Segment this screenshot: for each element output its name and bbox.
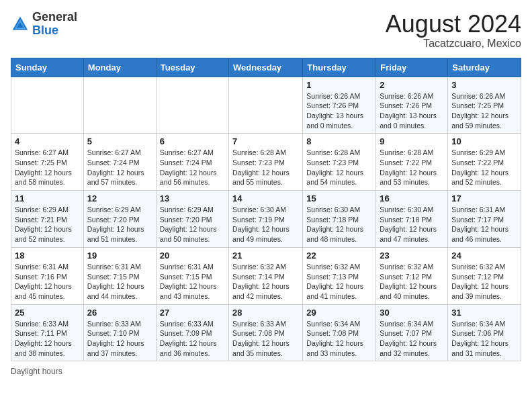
day-info: Sunrise: 6:30 AMSunset: 7:18 PMDaylight:… [306, 205, 372, 244]
day-info: Sunrise: 6:34 AMSunset: 7:07 PMDaylight:… [380, 319, 444, 359]
calendar-cell: 27Sunrise: 6:33 AMSunset: 7:09 PMDayligh… [156, 304, 228, 361]
calendar-cell [11, 77, 84, 134]
calendar-cell: 6Sunrise: 6:27 AMSunset: 7:24 PMDaylight… [156, 134, 228, 191]
calendar-cell: 9Sunrise: 6:28 AMSunset: 7:22 PMDaylight… [376, 134, 448, 191]
calendar-cell: 31Sunrise: 6:34 AMSunset: 7:06 PMDayligh… [448, 304, 521, 361]
location-title: Tacatzcuaro, Mexico [386, 38, 521, 50]
day-info: Sunrise: 6:29 AMSunset: 7:21 PMDaylight:… [15, 205, 80, 244]
day-info: Sunrise: 6:26 AMSunset: 7:26 PMDaylight:… [306, 91, 372, 131]
day-number: 16 [380, 193, 444, 203]
logo-text: General Blue [32, 11, 77, 38]
calendar-cell: 8Sunrise: 6:28 AMSunset: 7:23 PMDaylight… [303, 134, 376, 191]
day-info: Sunrise: 6:32 AMSunset: 7:14 PMDaylight:… [232, 262, 299, 302]
day-number: 15 [306, 193, 372, 203]
day-number: 30 [380, 308, 444, 318]
day-number: 13 [160, 193, 225, 203]
calendar-cell: 3Sunrise: 6:26 AMSunset: 7:25 PMDaylight… [448, 77, 521, 134]
week-row-2: 11Sunrise: 6:29 AMSunset: 7:21 PMDayligh… [11, 191, 521, 248]
day-info: Sunrise: 6:33 AMSunset: 7:10 PMDaylight:… [87, 319, 152, 359]
day-info: Sunrise: 6:31 AMSunset: 7:15 PMDaylight:… [160, 262, 225, 302]
calendar-cell: 11Sunrise: 6:29 AMSunset: 7:21 PMDayligh… [11, 191, 84, 248]
calendar-cell: 4Sunrise: 6:27 AMSunset: 7:25 PMDaylight… [11, 134, 84, 191]
day-number: 26 [87, 308, 152, 318]
calendar-cell: 13Sunrise: 6:29 AMSunset: 7:20 PMDayligh… [156, 191, 228, 248]
day-number: 23 [380, 250, 444, 261]
header-day-saturday: Saturday [448, 58, 521, 77]
calendar-cell: 10Sunrise: 6:29 AMSunset: 7:22 PMDayligh… [448, 134, 521, 191]
day-number: 1 [306, 80, 372, 90]
footer-text: Daylight hours [11, 367, 62, 376]
calendar-cell: 2Sunrise: 6:26 AMSunset: 7:26 PMDaylight… [376, 77, 448, 134]
page-header: General Blue August 2024 Tacatzcuaro, Me… [11, 11, 521, 50]
day-number: 29 [306, 308, 372, 318]
calendar-cell: 7Sunrise: 6:28 AMSunset: 7:23 PMDaylight… [229, 134, 303, 191]
day-info: Sunrise: 6:32 AMSunset: 7:12 PMDaylight:… [451, 262, 517, 302]
week-row-1: 4Sunrise: 6:27 AMSunset: 7:25 PMDaylight… [11, 134, 521, 191]
day-info: Sunrise: 6:27 AMSunset: 7:25 PMDaylight:… [15, 148, 80, 187]
calendar-cell: 24Sunrise: 6:32 AMSunset: 7:12 PMDayligh… [448, 247, 521, 304]
day-info: Sunrise: 6:31 AMSunset: 7:16 PMDaylight:… [15, 262, 80, 302]
calendar-table: SundayMondayTuesdayWednesdayThursdayFrid… [11, 58, 521, 362]
day-info: Sunrise: 6:33 AMSunset: 7:11 PMDaylight:… [15, 319, 80, 359]
header-day-sunday: Sunday [11, 58, 84, 77]
calendar-cell: 25Sunrise: 6:33 AMSunset: 7:11 PMDayligh… [11, 304, 84, 361]
logo-general: General [32, 10, 77, 24]
calendar-cell: 1Sunrise: 6:26 AMSunset: 7:26 PMDaylight… [303, 77, 376, 134]
calendar-cell: 14Sunrise: 6:30 AMSunset: 7:19 PMDayligh… [229, 191, 303, 248]
calendar-cell: 20Sunrise: 6:31 AMSunset: 7:15 PMDayligh… [156, 247, 228, 304]
day-info: Sunrise: 6:26 AMSunset: 7:25 PMDaylight:… [451, 91, 517, 131]
day-number: 25 [15, 308, 80, 318]
day-number: 22 [306, 250, 372, 261]
footer: Daylight hours [11, 367, 521, 376]
day-info: Sunrise: 6:26 AMSunset: 7:26 PMDaylight:… [380, 91, 444, 131]
day-info: Sunrise: 6:32 AMSunset: 7:12 PMDaylight:… [380, 262, 444, 302]
day-number: 14 [232, 193, 299, 203]
day-number: 6 [160, 136, 225, 146]
day-info: Sunrise: 6:29 AMSunset: 7:22 PMDaylight:… [451, 148, 517, 187]
calendar-cell: 29Sunrise: 6:34 AMSunset: 7:08 PMDayligh… [303, 304, 376, 361]
day-number: 31 [451, 308, 517, 318]
day-number: 12 [87, 193, 152, 203]
logo-icon [11, 15, 30, 34]
day-number: 5 [87, 136, 152, 146]
day-number: 9 [380, 136, 444, 146]
calendar-header: SundayMondayTuesdayWednesdayThursdayFrid… [11, 58, 521, 77]
day-info: Sunrise: 6:32 AMSunset: 7:13 PMDaylight:… [306, 262, 372, 302]
calendar-cell: 15Sunrise: 6:30 AMSunset: 7:18 PMDayligh… [303, 191, 376, 248]
day-number: 3 [451, 80, 517, 90]
calendar-cell: 17Sunrise: 6:31 AMSunset: 7:17 PMDayligh… [448, 191, 521, 248]
calendar-cell: 26Sunrise: 6:33 AMSunset: 7:10 PMDayligh… [83, 304, 156, 361]
day-number: 11 [15, 193, 80, 203]
calendar-body: 1Sunrise: 6:26 AMSunset: 7:26 PMDaylight… [11, 77, 521, 361]
day-info: Sunrise: 6:31 AMSunset: 7:15 PMDaylight:… [87, 262, 152, 302]
calendar-cell [156, 77, 228, 134]
day-number: 24 [451, 250, 517, 261]
calendar-cell: 12Sunrise: 6:29 AMSunset: 7:20 PMDayligh… [83, 191, 156, 248]
day-number: 20 [160, 250, 225, 261]
day-info: Sunrise: 6:30 AMSunset: 7:18 PMDaylight:… [380, 205, 444, 244]
header-row: SundayMondayTuesdayWednesdayThursdayFrid… [11, 58, 521, 77]
title-block: August 2024 Tacatzcuaro, Mexico [386, 11, 521, 50]
calendar-cell: 21Sunrise: 6:32 AMSunset: 7:14 PMDayligh… [229, 247, 303, 304]
header-day-tuesday: Tuesday [156, 58, 228, 77]
day-info: Sunrise: 6:31 AMSunset: 7:17 PMDaylight:… [451, 205, 517, 244]
day-info: Sunrise: 6:28 AMSunset: 7:22 PMDaylight:… [380, 148, 444, 187]
day-info: Sunrise: 6:33 AMSunset: 7:09 PMDaylight:… [160, 319, 225, 359]
day-number: 27 [160, 308, 225, 318]
calendar-cell: 30Sunrise: 6:34 AMSunset: 7:07 PMDayligh… [376, 304, 448, 361]
day-info: Sunrise: 6:27 AMSunset: 7:24 PMDaylight:… [87, 148, 152, 187]
day-info: Sunrise: 6:34 AMSunset: 7:06 PMDaylight:… [451, 319, 517, 359]
day-info: Sunrise: 6:27 AMSunset: 7:24 PMDaylight:… [160, 148, 225, 187]
calendar-cell [83, 77, 156, 134]
day-info: Sunrise: 6:28 AMSunset: 7:23 PMDaylight:… [306, 148, 372, 187]
header-day-thursday: Thursday [303, 58, 376, 77]
logo-blue: Blue [32, 24, 58, 37]
header-day-monday: Monday [83, 58, 156, 77]
day-number: 7 [232, 136, 299, 146]
header-day-friday: Friday [376, 58, 448, 77]
day-info: Sunrise: 6:28 AMSunset: 7:23 PMDaylight:… [232, 148, 299, 187]
day-number: 19 [87, 250, 152, 261]
calendar-cell: 5Sunrise: 6:27 AMSunset: 7:24 PMDaylight… [83, 134, 156, 191]
calendar-cell: 23Sunrise: 6:32 AMSunset: 7:12 PMDayligh… [376, 247, 448, 304]
calendar-cell [229, 77, 303, 134]
